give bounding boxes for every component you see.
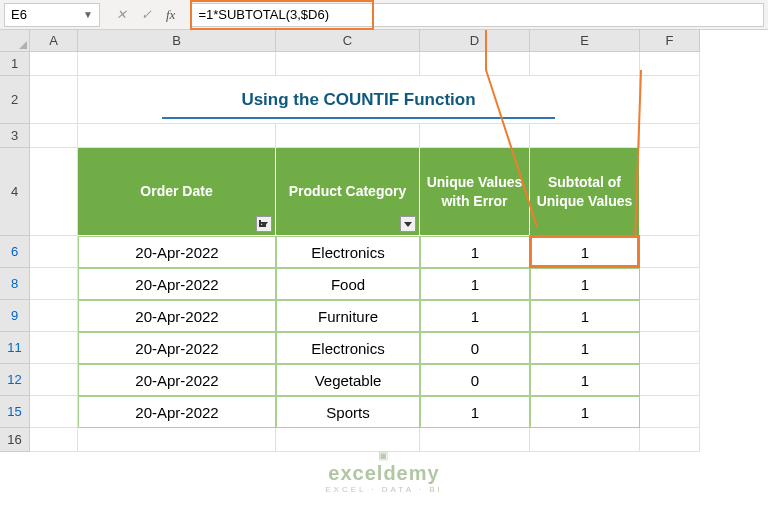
cell[interactable] [640, 124, 700, 148]
cell-sub[interactable]: 1 [530, 396, 640, 428]
cell[interactable] [78, 124, 276, 148]
cell[interactable] [78, 428, 276, 452]
cell-date[interactable]: 20-Apr-2022 [78, 236, 276, 268]
row-header-6[interactable]: 6 [0, 236, 30, 268]
row-headers: 1 2 3 4 6 8 9 11 12 15 16 [0, 52, 30, 452]
cell[interactable] [30, 300, 78, 332]
cell[interactable] [30, 76, 78, 124]
cell-uniq[interactable]: 1 [420, 396, 530, 428]
title-cell[interactable]: Using the COUNTIF Function [78, 76, 640, 124]
cell-uniq[interactable]: 0 [420, 332, 530, 364]
row-header-2[interactable]: 2 [0, 76, 30, 124]
cell-date[interactable]: 20-Apr-2022 [78, 300, 276, 332]
col-header-e[interactable]: E [530, 30, 640, 52]
cell[interactable] [30, 52, 78, 76]
confirm-icon[interactable]: ✓ [141, 7, 152, 23]
cancel-icon[interactable]: ✕ [116, 7, 127, 23]
header-order-date[interactable]: Order Date [78, 148, 276, 236]
cell[interactable] [30, 148, 78, 236]
cell-sub[interactable]: 1 [530, 300, 640, 332]
cell[interactable] [530, 52, 640, 76]
col-header-d[interactable]: D [420, 30, 530, 52]
row-header-9[interactable]: 9 [0, 300, 30, 332]
cell[interactable] [640, 148, 700, 236]
cell[interactable] [640, 268, 700, 300]
cell[interactable] [30, 428, 78, 452]
cell-cat[interactable]: Electronics [276, 236, 420, 268]
cell-cat[interactable]: Food [276, 268, 420, 300]
cell[interactable] [30, 268, 78, 300]
cell[interactable] [640, 52, 700, 76]
row-header-12[interactable]: 12 [0, 364, 30, 396]
row-header-1[interactable]: 1 [0, 52, 30, 76]
cell[interactable] [530, 124, 640, 148]
column-headers: A B C D E F [30, 30, 768, 52]
cell[interactable] [640, 76, 700, 124]
cell-cat[interactable]: Electronics [276, 332, 420, 364]
cell[interactable] [640, 332, 700, 364]
row-header-11[interactable]: 11 [0, 332, 30, 364]
watermark-brand: exceldemy [325, 462, 443, 485]
cell[interactable] [640, 364, 700, 396]
row-header-4[interactable]: 4 [0, 148, 30, 236]
name-box-dropdown-icon[interactable]: ▼ [83, 9, 93, 20]
cell-date[interactable]: 20-Apr-2022 [78, 364, 276, 396]
cell[interactable] [640, 428, 700, 452]
fx-icon[interactable]: fx [166, 7, 175, 23]
cell-uniq[interactable]: 0 [420, 364, 530, 396]
page-title: Using the COUNTIF Function [241, 90, 475, 110]
col-header-f[interactable]: F [640, 30, 700, 52]
cell-sub[interactable]: 1 [530, 268, 640, 300]
cell-cat[interactable]: Sports [276, 396, 420, 428]
cell-uniq[interactable]: 1 [420, 300, 530, 332]
cell-date[interactable]: 20-Apr-2022 [78, 396, 276, 428]
select-all-button[interactable] [0, 30, 30, 52]
col-header-c[interactable]: C [276, 30, 420, 52]
cell[interactable] [30, 396, 78, 428]
title-underline [162, 117, 555, 119]
row-header-8[interactable]: 8 [0, 268, 30, 300]
table-row: 20-Apr-2022 Vegetable 0 1 [30, 364, 768, 396]
watermark: ▣ exceldemy EXCEL · DATA · BI [325, 449, 443, 494]
col-header-b[interactable]: B [78, 30, 276, 52]
watermark-logo-icon: ▣ [325, 449, 443, 462]
cell[interactable] [276, 124, 420, 148]
cell[interactable] [420, 52, 530, 76]
name-box[interactable]: E6 ▼ [4, 3, 100, 27]
header-unique-values[interactable]: Unique Values with Error [420, 148, 530, 236]
row-header-15[interactable]: 15 [0, 396, 30, 428]
cell-sub[interactable]: 1 [530, 332, 640, 364]
cell[interactable] [78, 52, 276, 76]
cell-uniq[interactable]: 1 [420, 236, 530, 268]
cell[interactable] [640, 300, 700, 332]
filter-icon[interactable] [400, 216, 416, 232]
cell[interactable] [30, 124, 78, 148]
col-header-a[interactable]: A [30, 30, 78, 52]
table-row: 20-Apr-2022 Furniture 1 1 [30, 300, 768, 332]
header-subtotal[interactable]: Subtotal of Unique Values [530, 148, 640, 236]
cell-cat[interactable]: Vegetable [276, 364, 420, 396]
cell[interactable] [30, 364, 78, 396]
table-row: 20-Apr-2022 Food 1 1 [30, 268, 768, 300]
cell-sub[interactable]: 1 [530, 364, 640, 396]
cell-date[interactable]: 20-Apr-2022 [78, 332, 276, 364]
cell[interactable] [276, 52, 420, 76]
row-header-3[interactable]: 3 [0, 124, 30, 148]
row-header-16[interactable]: 16 [0, 428, 30, 452]
table-row: 20-Apr-2022 Electronics 1 1 [30, 236, 768, 268]
cell-sub[interactable]: 1 [530, 236, 640, 268]
cell[interactable] [530, 428, 640, 452]
name-box-value: E6 [11, 7, 27, 22]
cell[interactable] [30, 236, 78, 268]
cell-date[interactable]: 20-Apr-2022 [78, 268, 276, 300]
filter-icon[interactable] [256, 216, 272, 232]
cell[interactable] [640, 396, 700, 428]
cell-cat[interactable]: Furniture [276, 300, 420, 332]
cell[interactable] [30, 332, 78, 364]
cell[interactable] [420, 124, 530, 148]
header-label: Order Date [140, 182, 212, 200]
header-product-category[interactable]: Product Category [276, 148, 420, 236]
formula-input[interactable]: =1*SUBTOTAL(3,$D6) [191, 3, 764, 27]
cell-uniq[interactable]: 1 [420, 268, 530, 300]
cell[interactable] [640, 236, 700, 268]
